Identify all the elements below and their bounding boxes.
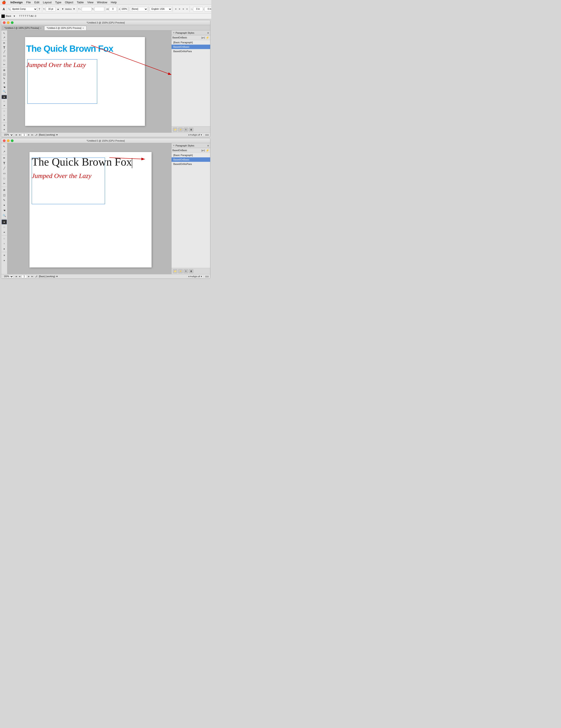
window2-text2[interactable]: Jumped Over the Lazy xyxy=(32,172,91,180)
window2-zoom-select[interactable]: 150% xyxy=(2,275,14,278)
window2-footer-delete[interactable]: 🗑 xyxy=(189,269,193,273)
tool-select[interactable]: ↖ xyxy=(2,31,7,35)
tracking-input[interactable] xyxy=(109,7,117,11)
tool-mode1[interactable]: □ xyxy=(2,109,7,113)
window1-text1[interactable]: The Quick Brown Fox xyxy=(26,44,113,54)
tool-line[interactable]: ╱ xyxy=(2,50,7,54)
tool-extra2[interactable]: ◈ xyxy=(2,128,7,132)
window1-zoom-select[interactable]: 150% xyxy=(2,133,14,137)
window1-page-next[interactable]: ▶ xyxy=(27,133,30,137)
tool-scissors[interactable]: ✂ xyxy=(2,63,7,67)
window2-preflight-dropdown[interactable]: ▼ xyxy=(200,275,202,278)
window2-footer-duplicate[interactable]: ⎘ xyxy=(184,269,188,273)
menu-object[interactable]: Object xyxy=(65,1,73,4)
tool2-extra[interactable]: ⊞ xyxy=(2,253,7,258)
tool-fill[interactable]: ■ xyxy=(2,95,7,99)
tool2-stroke[interactable]: □ xyxy=(2,225,7,229)
tool2-swap[interactable]: ⇄ xyxy=(2,230,7,235)
tool-note[interactable]: ✎ xyxy=(2,77,7,81)
window1-panel-menu-icon[interactable]: ≡ xyxy=(207,32,209,34)
window2-page-first[interactable]: |◀ xyxy=(14,275,18,278)
window1-tab2[interactable]: *Untitled-3 @ 150% [GPU Preview] ✕ xyxy=(44,26,86,30)
tool2-extra2[interactable]: ◈ xyxy=(2,258,7,263)
window1-footer-delete[interactable]: 🗑 xyxy=(189,128,193,132)
menu-help[interactable]: Help xyxy=(111,1,117,4)
window2-style-item-0[interactable]: [Basic Paragraph] xyxy=(172,153,210,157)
tool-type[interactable]: T xyxy=(2,45,7,49)
tool2-rect[interactable]: □ xyxy=(2,176,7,181)
fill-color-dropdown[interactable]: ▼ xyxy=(12,14,16,18)
window2-style-item-2[interactable]: BasedOnNoPara xyxy=(172,162,210,166)
menu-window[interactable]: Window xyxy=(97,1,107,4)
window1-tab1[interactable]: *Untitled-2 @ 100% [GPU Preview] ✕ xyxy=(2,26,44,30)
metrics-dropdown[interactable]: ▼ xyxy=(72,7,76,12)
tool2-free-transform[interactable]: ⊕ xyxy=(2,188,7,192)
tool2-hand[interactable]: ☚ xyxy=(2,208,7,213)
window2-page-last[interactable]: ▶| xyxy=(31,275,34,278)
window1-tab1-close[interactable]: ✕ xyxy=(40,27,42,29)
font-size-up[interactable]: ▲ xyxy=(56,7,60,12)
window1-footer-new-style[interactable]: 📁 xyxy=(173,128,177,132)
window2-minimize-btn[interactable] xyxy=(7,139,10,142)
font-style-btn[interactable]: T xyxy=(38,7,41,12)
tool-mode2[interactable]: T xyxy=(2,113,7,117)
app-name[interactable]: InDesign xyxy=(10,1,23,4)
font-size-down[interactable]: ▼ xyxy=(61,7,65,12)
window2-footer-new-style[interactable]: 📁 xyxy=(173,269,177,273)
font-size-input[interactable] xyxy=(46,7,56,11)
tool2-select[interactable]: ↖ xyxy=(2,144,7,149)
window2-style-item-1[interactable]: BasedOnBasic xyxy=(172,157,210,162)
tool2-rect-frame[interactable]: ▭ xyxy=(2,171,7,176)
char-style-select[interactable]: [None] xyxy=(130,7,148,11)
window2-panel-menu-icon[interactable]: ≡ xyxy=(207,144,209,147)
window1-page-last[interactable]: ▶| xyxy=(31,133,34,137)
window1-style-item-0[interactable]: [Basic Paragraph] xyxy=(172,40,210,45)
tool2-type[interactable]: T xyxy=(2,161,7,166)
space-before-input[interactable] xyxy=(193,7,203,11)
align-left-btn[interactable]: ≡ xyxy=(174,7,178,12)
tool2-mode3[interactable]: ■ xyxy=(2,246,7,251)
window1-text2[interactable]: Jumped Over the Lazy xyxy=(26,61,86,69)
window2-text1[interactable]: The Quick Brown Fox xyxy=(32,155,132,168)
align-justify-btn[interactable]: ≡ xyxy=(185,7,189,12)
tool2-line[interactable]: ╱ xyxy=(2,166,7,171)
window2-page-next[interactable]: ▶ xyxy=(27,275,30,278)
window1-tab2-close[interactable]: ✕ xyxy=(82,27,84,29)
window1-close-btn[interactable] xyxy=(3,21,6,24)
tool-gradient[interactable]: ◫ xyxy=(2,72,7,76)
tool-rectangle-frame[interactable]: ▭ xyxy=(2,54,7,58)
tool-zoom[interactable]: 🔍 xyxy=(2,89,7,93)
language-select[interactable]: English: USA xyxy=(150,7,172,11)
menu-type[interactable]: Type xyxy=(55,1,61,4)
menu-edit[interactable]: Edit xyxy=(34,1,39,4)
window2-maximize-btn[interactable] xyxy=(11,139,14,142)
align-right-btn[interactable]: ≡ xyxy=(182,7,185,12)
window1-page-first[interactable]: |◀ xyxy=(14,133,18,137)
tool-free-transform[interactable]: ⊕ xyxy=(2,68,7,72)
tool-swap[interactable]: ⇄ xyxy=(2,104,7,108)
scale-h-input[interactable]: 100% xyxy=(82,7,92,11)
menu-file[interactable]: File xyxy=(26,1,31,4)
window2-style-working-dropdown[interactable]: ▼ xyxy=(56,275,58,278)
window2-page-prev[interactable]: ◀ xyxy=(18,275,21,278)
space-after-input[interactable] xyxy=(204,7,211,11)
type-tool-button[interactable]: A xyxy=(2,7,6,12)
window2-panel-close-x[interactable]: ✕ xyxy=(173,144,175,147)
window1-panel-close-x[interactable]: ✕ xyxy=(173,32,175,34)
tool2-scissors[interactable]: ✂ xyxy=(2,181,7,186)
tool2-gradient[interactable]: ◫ xyxy=(2,193,7,198)
tool-rectangle[interactable]: □ xyxy=(2,58,7,62)
tool2-note[interactable]: ✎ xyxy=(2,198,7,203)
window2-preflight[interactable]: Preflight off ▼ xyxy=(187,275,203,278)
tool-stroke[interactable]: □ xyxy=(2,99,7,103)
window1-preflight-dropdown[interactable]: ▼ xyxy=(200,134,202,136)
window1-style-working-dropdown[interactable]: ▼ xyxy=(56,134,58,136)
window1-footer-clear[interactable]: ⚡ xyxy=(178,128,183,132)
window1-minimize-btn[interactable] xyxy=(7,21,10,24)
font-select[interactable]: Apotek Comp xyxy=(11,7,37,11)
align-center-btn[interactable]: ≡ xyxy=(178,7,181,12)
window1-footer-duplicate[interactable]: ⎘ xyxy=(184,128,188,132)
tool2-mode2[interactable]: T xyxy=(2,241,7,246)
window1-lightning-icon[interactable]: ⚡ xyxy=(206,36,209,39)
window1-style-item-2[interactable]: BasedOnNoPara xyxy=(172,49,210,53)
